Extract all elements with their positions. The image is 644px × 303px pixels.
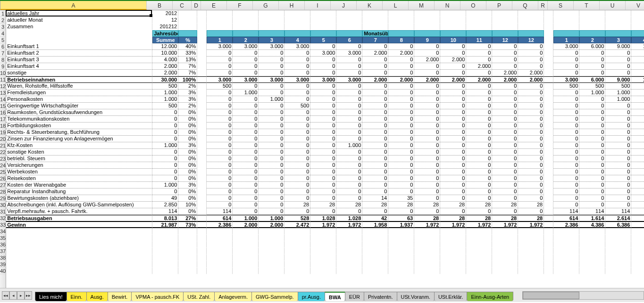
cell-month[interactable]: 0 [259, 202, 284, 208]
row-header[interactable]: 38 [0, 254, 6, 261]
row-header[interactable]: 39 [0, 261, 6, 268]
meta-value[interactable]: 201212 [152, 24, 178, 30]
cell-right[interactable]: 0 [553, 202, 579, 208]
cell-month[interactable]: 0 [233, 50, 259, 57]
cell-month[interactable]: 0 [414, 142, 440, 149]
cell[interactable] [259, 17, 284, 24]
cell-month[interactable]: 0 [336, 116, 362, 123]
cell[interactable] [544, 202, 553, 208]
meta-label[interactable]: aktueller Monat [6, 17, 152, 24]
cell-month[interactable]: 0 [207, 109, 233, 116]
cell-month[interactable]: 0 [492, 96, 518, 103]
cell-month[interactable]: 0 [518, 109, 544, 116]
cell[interactable] [544, 149, 553, 156]
cell[interactable] [259, 254, 284, 261]
cell[interactable] [152, 248, 178, 254]
cell[interactable] [388, 248, 414, 254]
cell-month[interactable]: 0 [207, 142, 233, 149]
row-label[interactable]: Raumkosten, Grundstücksaufwendungen [6, 109, 152, 116]
cell-month[interactable]: 1.028 [310, 215, 336, 221]
cell-month[interactable]: 0 [207, 50, 233, 57]
cell-sum[interactable]: 1.000 [152, 96, 178, 103]
cell-month[interactable]: 0 [259, 136, 284, 142]
cell-month[interactable]: 0 [310, 70, 336, 76]
cell-month[interactable]: 0 [310, 116, 336, 123]
cell-pct[interactable]: 7% [178, 63, 197, 70]
cell-right[interactable]: 0 [553, 57, 579, 63]
row-label[interactable]: sonstige [6, 70, 152, 76]
cell-month[interactable]: 1.028 [336, 215, 362, 221]
cell[interactable] [233, 261, 259, 268]
col-header-D[interactable]: D [192, 1, 201, 10]
cell[interactable] [362, 235, 388, 241]
cell[interactable] [207, 24, 233, 30]
cell-pct[interactable]: 13% [178, 57, 197, 63]
cell-month[interactable]: 0 [362, 83, 388, 90]
cell-month[interactable]: 1.972 [336, 221, 362, 228]
tab-nav-button[interactable]: ▸ [17, 291, 25, 300]
cell-month[interactable]: 0 [388, 169, 414, 175]
cell-right[interactable]: 0 [579, 182, 605, 188]
cell[interactable] [336, 17, 362, 24]
cell[interactable] [207, 10, 233, 17]
cell-right[interactable]: 0 [605, 50, 631, 57]
cell[interactable] [197, 142, 207, 149]
cell-month[interactable]: 0 [233, 162, 259, 169]
cell-month[interactable]: 0 [492, 136, 518, 142]
cell[interactable] [233, 268, 259, 274]
cell-right[interactable]: 114 [605, 208, 631, 215]
cell[interactable] [440, 10, 466, 17]
cell-month[interactable]: 0 [336, 43, 362, 50]
cell-pct[interactable]: 27% [178, 215, 197, 221]
cell-month[interactable]: 0 [466, 116, 492, 123]
cell[interactable] [631, 261, 644, 268]
cell[interactable] [544, 37, 553, 43]
cell-month[interactable]: 0 [440, 90, 466, 96]
col-header-O[interactable]: O [460, 1, 486, 10]
cell[interactable] [605, 24, 631, 30]
cell-month[interactable]: 0 [310, 123, 336, 129]
cell-month[interactable]: 0 [492, 188, 518, 195]
cell[interactable] [284, 17, 310, 24]
cell-month[interactable]: 0 [388, 90, 414, 96]
row-label[interactable]: betriebl. Steuern [6, 156, 152, 162]
hdr-monatsuebersicht[interactable] [388, 30, 414, 37]
cell-month[interactable]: 0 [440, 123, 466, 129]
cell[interactable] [178, 261, 197, 268]
col-header-U[interactable]: U [600, 1, 626, 10]
cell[interactable] [388, 17, 414, 24]
cell-month[interactable]: 0 [440, 188, 466, 195]
cell-right[interactable] [631, 156, 644, 162]
cell-month[interactable]: 0 [284, 63, 310, 70]
cell[interactable] [466, 241, 492, 248]
cell-month[interactable]: 0 [207, 156, 233, 162]
cell[interactable] [544, 142, 553, 149]
cell[interactable] [440, 241, 466, 248]
cell-month[interactable]: 0 [466, 43, 492, 50]
cell-month[interactable]: 0 [492, 175, 518, 182]
row-header[interactable]: 5 [0, 37, 6, 43]
cell-month[interactable]: 0 [284, 129, 310, 136]
col-header-B[interactable]: B [147, 1, 173, 10]
cell[interactable] [553, 17, 579, 24]
cell-month[interactable]: 0 [310, 156, 336, 162]
cell-right[interactable]: 500 [579, 83, 605, 90]
hdr-monatsuebersicht[interactable] [466, 30, 492, 37]
cell-month[interactable]: 0 [414, 162, 440, 169]
cell[interactable] [336, 268, 362, 274]
hdr-month[interactable]: 4 [284, 37, 310, 43]
cell-month[interactable]: 0 [233, 83, 259, 90]
sheet-tab[interactable]: Einn-Ausg-Arten [467, 292, 513, 301]
cell-month[interactable]: 0 [362, 208, 388, 215]
cell-month[interactable]: 1.000 [233, 90, 259, 96]
cell[interactable] [197, 149, 207, 156]
cell[interactable] [197, 116, 207, 123]
cell-month[interactable]: 0 [440, 136, 466, 142]
cell-month[interactable]: 0 [362, 116, 388, 123]
cell-sum[interactable]: 8.013 [152, 215, 178, 221]
cell[interactable] [207, 268, 233, 274]
cell-right[interactable]: 50 [631, 103, 644, 109]
cell-month[interactable]: 0 [388, 175, 414, 182]
cell-month[interactable]: 0 [207, 129, 233, 136]
cell-month[interactable]: 0 [310, 129, 336, 136]
